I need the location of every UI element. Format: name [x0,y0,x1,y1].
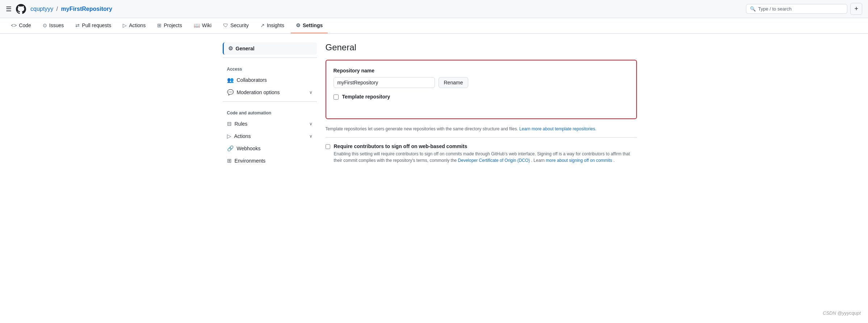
topbar: ☰ cquptyyy / myFirstRepository 🔍 Type / … [0,0,868,18]
sidebar-environments-label: Environments [235,158,266,164]
pull-requests-icon: ⇄ [75,22,80,28]
require-content: Require contributors to sign off on web-… [334,143,637,164]
require-label: Require contributors to sign off on web-… [334,143,637,149]
nav-tabs: <> Code ⊙ Issues ⇄ Pull requests ▷ Actio… [0,18,868,34]
access-section-label: Access [223,61,317,74]
sidebar-item-actions[interactable]: ▷ Actions ∨ [223,130,317,142]
github-logo [15,3,27,15]
repo-name-input[interactable] [334,77,435,88]
path-separator: / [56,6,58,12]
rename-button[interactable]: Rename [439,77,469,88]
sidebar-divider-2 [223,101,317,102]
topbar-left: ☰ cquptyyy / myFirstRepository [6,3,112,15]
sidebar-item-moderation[interactable]: 💬 Moderation options ∨ [223,86,317,98]
moderation-chevron: ∨ [309,90,313,95]
tab-wiki[interactable]: 📖 Wiki [189,18,217,33]
tab-pull-requests-label: Pull requests [82,22,111,28]
actions-left: ▷ Actions [227,133,251,139]
sidebar-item-collaborators[interactable]: 👥 Collaborators [223,74,317,86]
tab-code[interactable]: <> Code [6,18,36,33]
main-layout: ⚙ General Access 👥 Collaborators 💬 Moder… [217,34,651,178]
issues-icon: ⊙ [43,22,47,28]
tab-actions-label: Actions [129,22,146,28]
sidebar-item-general[interactable]: ⚙ General [223,42,317,55]
tab-projects-label: Projects [164,22,182,28]
owner-link[interactable]: cquptyyy [30,6,53,12]
code-icon: <> [11,22,17,28]
template-content: Template repository [342,94,390,100]
require-section: Require contributors to sign off on web-… [326,137,637,164]
sidebar-actions-label: Actions [234,133,251,139]
tab-actions[interactable]: ▷ Actions [118,18,151,33]
tab-wiki-label: Wiki [202,22,211,28]
tab-security[interactable]: 🛡 Security [218,18,254,33]
require-checkbox[interactable] [326,144,330,149]
search-box[interactable]: 🔍 Type / to search [746,4,847,14]
actions-chevron: ∨ [309,134,313,139]
topbar-right: 🔍 Type / to search + [746,3,862,15]
sidebar-moderation-label: Moderation options [237,89,280,95]
tab-security-label: Security [230,22,249,28]
repo-name-row: Rename [334,77,629,88]
sign-off-link[interactable]: more about signing off on commits [546,158,612,163]
repo-name-section: Repository name Rename Template reposito… [326,60,637,119]
search-icon: 🔍 [750,6,756,12]
general-icon: ⚙ [228,45,233,52]
security-icon: 🛡 [223,22,228,28]
insights-icon: ↗ [260,22,265,28]
tab-issues-label: Issues [49,22,64,28]
hamburger-icon[interactable]: ☰ [6,5,12,13]
repo-path: cquptyyy / myFirstRepository [30,6,112,12]
webhooks-icon: 🔗 [227,145,234,152]
template-checkbox[interactable] [334,95,339,100]
template-label: Template repository [342,94,390,100]
tab-projects[interactable]: ⊞ Projects [152,18,187,33]
tab-settings[interactable]: ⚙ Settings [291,18,328,33]
settings-icon: ⚙ [296,22,301,28]
template-section: Template repository [334,94,629,105]
rules-left: ⊟ Rules [227,121,248,127]
moderation-icon: 💬 [227,89,234,96]
sidebar: ⚙ General Access 👥 Collaborators 💬 Moder… [223,42,317,169]
actions-icon: ▷ [123,22,127,28]
tab-issues[interactable]: ⊙ Issues [38,18,69,33]
sidebar-webhooks-label: Webhooks [237,146,261,151]
dco-link[interactable]: Developer Certificate of Origin (DCO) [458,158,530,163]
tab-settings-label: Settings [303,22,323,28]
code-automation-label: Code and automation [223,105,317,118]
tab-code-label: Code [19,22,31,28]
plus-button[interactable]: + [850,3,862,15]
tab-insights[interactable]: ↗ Insights [255,18,289,33]
sidebar-general-label: General [236,46,255,51]
content-area: General Repository name Rename Template … [317,42,646,169]
wiki-icon: 📖 [194,22,200,28]
repo-name-label: Repository name [334,68,629,74]
collaborators-icon: 👥 [227,77,234,83]
environments-icon: ⊞ [227,158,232,164]
template-learn-more-link[interactable]: Learn more about template repositories. [519,126,596,131]
sidebar-item-webhooks[interactable]: 🔗 Webhooks [223,142,317,155]
projects-icon: ⊞ [157,22,162,28]
tab-insights-label: Insights [267,22,284,28]
repo-name-link[interactable]: myFirstRepository [61,6,112,12]
rules-chevron: ∨ [309,121,313,126]
tab-pull-requests[interactable]: ⇄ Pull requests [70,18,116,33]
template-description: Template repositories let users generate… [326,126,637,131]
moderation-left: 💬 Moderation options [227,89,280,96]
page-title: General [326,42,637,53]
sidebar-item-rules[interactable]: ⊟ Rules ∨ [223,118,317,130]
actions-sidebar-icon: ▷ [227,133,231,139]
rules-icon: ⊟ [227,121,232,127]
sidebar-item-environments[interactable]: ⊞ Environments [223,155,317,167]
sidebar-divider-1 [223,58,317,58]
require-description: Enabling this setting will require contr… [334,151,637,164]
sidebar-collaborators-label: Collaborators [237,77,267,83]
sidebar-rules-label: Rules [235,121,248,127]
search-placeholder: Type / to search [758,6,792,12]
